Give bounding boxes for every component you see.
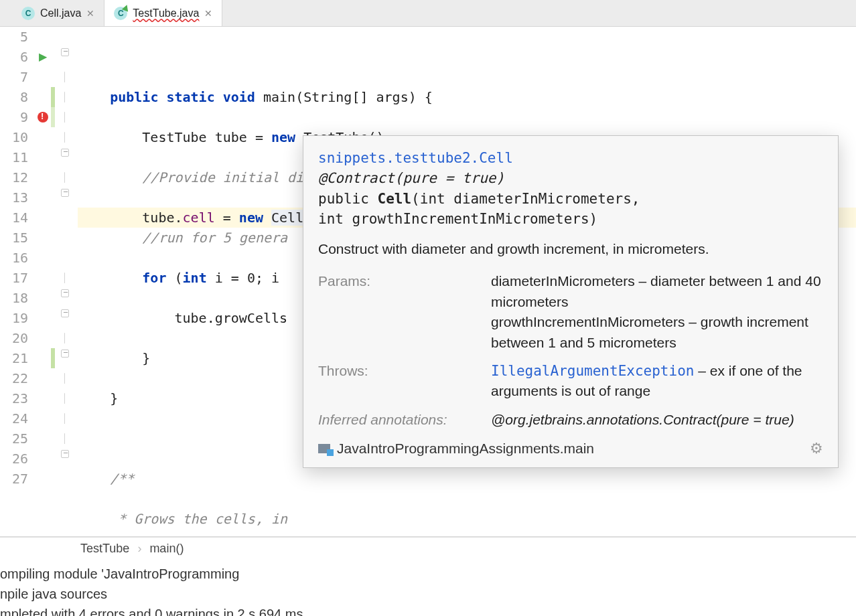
qualified-class-link[interactable]: snippets.testtube2.Cell xyxy=(318,150,513,166)
ide-root: C Cell.java ✕ C TestTube.java ✕ 56789101… xyxy=(0,0,856,616)
throws-value: IllegalArgumentException – ex if one of … xyxy=(491,361,823,402)
run-icon[interactable]: ▶ xyxy=(39,51,47,62)
fold-toggle-icon[interactable] xyxy=(61,149,69,157)
fold-toggle-icon[interactable] xyxy=(61,189,69,197)
gear-icon[interactable]: ⚙ xyxy=(810,438,823,459)
doc-params-row: Params: diameterInMicrometers – diameter… xyxy=(318,271,823,353)
tab-cell-java[interactable]: C Cell.java ✕ xyxy=(12,0,104,26)
code-line[interactable]: * Grows the cells, in xyxy=(78,509,856,529)
class-run-icon: C xyxy=(114,7,127,20)
breadcrumb[interactable]: TestTube › main() xyxy=(0,537,856,560)
change-gutter xyxy=(51,27,58,536)
chevron-right-icon: › xyxy=(137,542,141,556)
fold-gutter[interactable]: │││││││││││ xyxy=(58,27,72,536)
inferred-label: Inferred annotations: xyxy=(318,410,472,430)
doc-description: Construct with diameter and growth incre… xyxy=(318,239,823,259)
code-line[interactable] xyxy=(78,47,856,67)
build-output-panel[interactable]: ompiling module 'JavaIntroProgramming np… xyxy=(0,560,856,616)
doc-module: JavaIntroProgrammingAssignments.main xyxy=(318,439,594,459)
inferred-value: @org.jetbrains.annotations.Contract(pure… xyxy=(491,410,823,430)
quick-documentation-popup[interactable]: snippets.testtube2.Cell @Contract(pure =… xyxy=(303,135,839,468)
build-output-line: mpleted with 4 errors and 0 warnings in … xyxy=(0,604,852,616)
contract-annotation: @Contract(pure = true) xyxy=(318,170,504,186)
class-icon: C xyxy=(21,7,35,20)
build-output-line: ompiling module 'JavaIntroProgramming xyxy=(0,564,852,584)
editor-tab-bar: C Cell.java ✕ C TestTube.java ✕ xyxy=(0,0,856,27)
fold-toggle-icon[interactable] xyxy=(61,350,69,358)
doc-signature: snippets.testtube2.Cell @Contract(pure =… xyxy=(318,148,823,230)
module-icon xyxy=(318,444,330,453)
tab-label: Cell.java xyxy=(40,7,81,19)
editor[interactable]: 5678910111213141516171819202122232425262… xyxy=(0,27,856,537)
marker-gutter: ▶ xyxy=(35,27,51,536)
doc-throws-row: Throws: IllegalArgumentException – ex if… xyxy=(318,361,823,402)
error-bulb-icon[interactable] xyxy=(38,112,48,123)
params-value: diameterInMicrometers – diameter between… xyxy=(491,271,823,353)
fold-toggle-icon[interactable] xyxy=(61,450,69,458)
close-icon[interactable]: ✕ xyxy=(86,8,94,19)
fold-toggle-icon[interactable] xyxy=(61,289,69,297)
params-label: Params: xyxy=(318,271,472,353)
code-line[interactable]: /** xyxy=(78,469,856,489)
doc-inferred-row: Inferred annotations: @org.jetbrains.ann… xyxy=(318,410,823,430)
fold-toggle-icon[interactable] xyxy=(61,309,69,317)
code-line[interactable]: public static void main(String[] args) { xyxy=(78,87,856,107)
breadcrumb-item[interactable]: main() xyxy=(149,542,184,556)
fold-toggle-icon[interactable] xyxy=(61,48,69,56)
exception-link[interactable]: IllegalArgumentException xyxy=(491,363,694,379)
build-output-line: npile java sources xyxy=(0,584,852,604)
line-number-gutter: 5678910111213141516171819202122232425262… xyxy=(0,27,35,536)
tab-testtube-java[interactable]: C TestTube.java ✕ xyxy=(104,0,222,26)
breadcrumb-item[interactable]: TestTube xyxy=(80,542,129,556)
tab-label: TestTube.java xyxy=(133,7,199,19)
close-icon[interactable]: ✕ xyxy=(204,8,212,19)
throws-label: Throws: xyxy=(318,361,472,402)
